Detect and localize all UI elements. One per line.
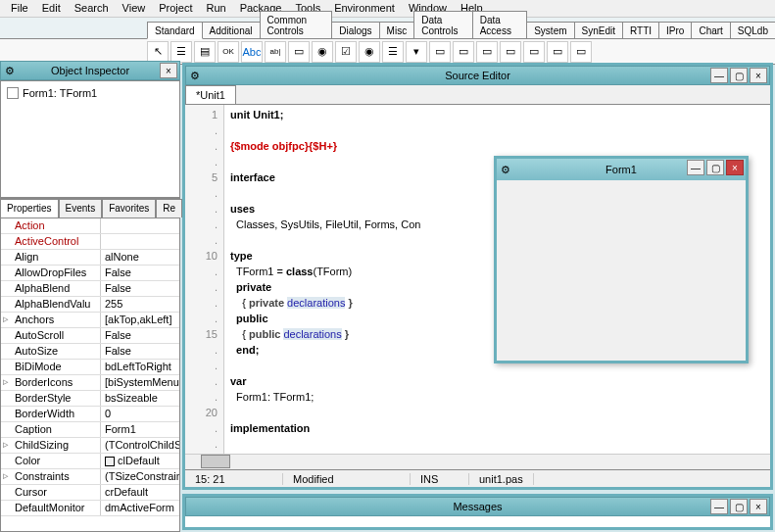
maximize-icon[interactable]: ▢ xyxy=(730,499,748,514)
editor-tab[interactable]: *Unit1 xyxy=(185,85,236,104)
listbox-icon[interactable]: ☰ xyxy=(382,41,404,63)
radiogroup-icon[interactable]: ▭ xyxy=(476,41,498,63)
property-value[interactable]: False xyxy=(101,281,179,296)
palette-tab-additional[interactable]: Additional xyxy=(202,22,261,38)
property-row[interactable]: ColorclDefault xyxy=(1,454,179,469)
expand-icon[interactable] xyxy=(1,266,11,280)
property-row[interactable]: AutoSizeFalse xyxy=(1,344,179,360)
checkgroup-icon[interactable]: ▭ xyxy=(500,41,521,63)
expand-icon[interactable]: ▹ xyxy=(1,469,11,484)
property-value[interactable]: clDefault xyxy=(101,454,179,468)
property-value[interactable]: crDefault xyxy=(101,485,179,500)
edit-icon[interactable]: ab| xyxy=(265,41,286,63)
expand-icon[interactable] xyxy=(1,218,11,233)
property-value[interactable]: (TSizeConstraint xyxy=(101,469,179,484)
property-row[interactable]: AutoScrollFalse xyxy=(1,328,179,344)
messages-list[interactable] xyxy=(185,516,770,527)
palette-tab-data-access[interactable]: Data Access xyxy=(472,11,528,38)
property-value[interactable]: [biSystemMenu,b xyxy=(101,375,179,390)
expand-icon[interactable] xyxy=(1,407,11,421)
property-row[interactable]: BorderStylebsSizeable xyxy=(1,391,179,407)
close-icon[interactable]: × xyxy=(750,68,767,83)
panel-icon[interactable]: ▭ xyxy=(523,41,545,63)
expand-icon[interactable] xyxy=(1,422,11,437)
menu-project[interactable]: Project xyxy=(152,0,199,17)
menu-run[interactable]: Run xyxy=(199,0,232,17)
palette-tab-system[interactable]: System xyxy=(526,22,574,38)
palette-tab-standard[interactable]: Standard xyxy=(147,22,203,39)
property-row[interactable]: ▹ChildSizing(TControlChildSi xyxy=(1,438,179,454)
property-row[interactable]: AlignalNone xyxy=(1,250,179,266)
expand-icon[interactable] xyxy=(1,501,11,515)
property-row[interactable]: CursorcrDefault xyxy=(1,485,179,501)
property-row[interactable]: DefaultMonitordmActiveForm xyxy=(1,501,179,516)
inspector-tab-re[interactable]: Re xyxy=(156,199,182,218)
palette-tab-common-controls[interactable]: Common Controls xyxy=(260,11,333,38)
property-value[interactable]: False xyxy=(101,266,179,280)
tree-item[interactable]: Form1: TForm1 xyxy=(5,85,175,101)
menu-edit[interactable]: Edit xyxy=(35,0,68,17)
menu-file[interactable]: File xyxy=(4,0,35,17)
property-value[interactable]: bsSizeable xyxy=(101,391,179,406)
property-row[interactable]: BiDiModebdLeftToRight xyxy=(1,360,179,375)
minimize-icon[interactable]: — xyxy=(710,68,728,83)
menu-environment[interactable]: Environment xyxy=(327,0,402,17)
palette-tab-dialogs[interactable]: Dialogs xyxy=(331,22,379,38)
property-row[interactable]: BorderWidth0 xyxy=(1,407,179,422)
minimize-icon[interactable]: — xyxy=(687,160,704,175)
property-value[interactable]: 0 xyxy=(101,407,179,421)
expand-icon[interactable] xyxy=(1,250,11,265)
radiobutton-icon[interactable]: ◉ xyxy=(359,41,380,63)
expand-icon[interactable] xyxy=(1,297,11,312)
palette-tab-misc[interactable]: Misc xyxy=(379,22,415,38)
property-value[interactable]: 255 xyxy=(101,297,179,312)
property-row[interactable]: ActiveControl xyxy=(1,234,179,250)
expand-icon[interactable] xyxy=(1,485,11,500)
expand-icon[interactable] xyxy=(1,234,11,249)
property-grid[interactable]: ActionActiveControlAlignalNoneAllowDropF… xyxy=(0,218,180,532)
code-editor[interactable]: 1...5....10....15....20.. unit Unit1; {$… xyxy=(185,105,770,454)
form-designer-window[interactable]: ⚙ Form1 — ▢ × xyxy=(494,156,749,363)
expand-icon[interactable]: ▹ xyxy=(1,375,11,390)
property-value[interactable]: False xyxy=(101,328,179,343)
close-icon[interactable]: × xyxy=(726,160,744,175)
close-icon[interactable]: × xyxy=(160,63,177,78)
property-row[interactable]: ▹Anchors[akTop,akLeft] xyxy=(1,313,179,328)
component-tree[interactable]: Form1: TForm1 xyxy=(0,80,180,198)
frame-icon[interactable]: ▭ xyxy=(547,41,568,63)
horizontal-scrollbar[interactable] xyxy=(185,454,770,469)
palette-tab-rtti[interactable]: RTTI xyxy=(622,22,659,38)
property-row[interactable]: Action xyxy=(1,218,179,234)
expand-icon[interactable] xyxy=(1,360,11,374)
scrollbar-icon[interactable]: ▭ xyxy=(429,41,451,63)
property-row[interactable]: ▹BorderIcons[biSystemMenu,b xyxy=(1,375,179,391)
mainmenu-icon[interactable]: ☰ xyxy=(170,41,192,63)
button-icon[interactable]: OK xyxy=(218,41,239,63)
property-value[interactable]: bdLeftToRight xyxy=(101,360,179,374)
property-value[interactable]: dmActiveForm xyxy=(101,501,179,515)
minimize-icon[interactable]: — xyxy=(710,499,728,514)
menu-search[interactable]: Search xyxy=(68,0,116,17)
property-value[interactable] xyxy=(101,234,179,249)
palette-tab-ipro[interactable]: IPro xyxy=(658,22,692,38)
inspector-tab-favorites[interactable]: Favorites xyxy=(102,199,156,218)
property-value[interactable]: [akTop,akLeft] xyxy=(101,313,179,327)
inspector-tab-events[interactable]: Events xyxy=(59,199,103,218)
palette-tab-sqldb[interactable]: SQLdb xyxy=(730,22,775,38)
memo-icon[interactable]: ▭ xyxy=(288,41,310,63)
expand-icon[interactable] xyxy=(1,344,11,359)
pointer-icon[interactable]: ↖ xyxy=(147,41,169,63)
property-row[interactable]: CaptionForm1 xyxy=(1,422,179,438)
palette-tab-synedit[interactable]: SynEdit xyxy=(574,22,623,38)
togglebox-icon[interactable]: ◉ xyxy=(312,41,333,63)
expand-icon[interactable]: ▹ xyxy=(1,438,11,453)
expand-icon[interactable] xyxy=(1,281,11,296)
popupmenu-icon[interactable]: ▤ xyxy=(194,41,216,63)
property-value[interactable]: Form1 xyxy=(101,422,179,437)
property-row[interactable]: AlphaBlendValu255 xyxy=(1,297,179,313)
palette-tab-chart[interactable]: Chart xyxy=(691,22,730,38)
property-value[interactable]: (TControlChildSi xyxy=(101,438,179,453)
property-value[interactable]: False xyxy=(101,344,179,359)
form-canvas[interactable] xyxy=(497,180,746,361)
expand-icon[interactable] xyxy=(1,328,11,343)
